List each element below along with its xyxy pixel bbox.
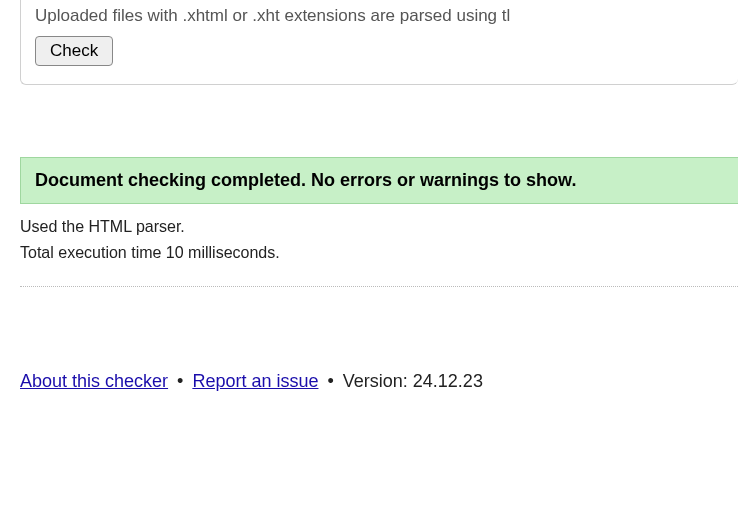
footer: About this checker • Report an issue • V… bbox=[20, 371, 738, 392]
check-button[interactable]: Check bbox=[35, 36, 113, 66]
upload-hint: Uploaded files with .xhtml or .xht exten… bbox=[35, 6, 724, 26]
report-issue-link[interactable]: Report an issue bbox=[192, 371, 318, 391]
about-link[interactable]: About this checker bbox=[20, 371, 168, 391]
parser-info: Used the HTML parser. bbox=[20, 218, 738, 236]
separator: • bbox=[322, 371, 338, 391]
upload-panel: Uploaded files with .xhtml or .xht exten… bbox=[20, 0, 738, 85]
version-label: Version: 24.12.23 bbox=[343, 371, 483, 391]
status-message: Document checking completed. No errors o… bbox=[20, 157, 738, 204]
separator: • bbox=[172, 371, 188, 391]
result-info: Used the HTML parser. Total execution ti… bbox=[20, 218, 738, 287]
timing-info: Total execution time 10 milliseconds. bbox=[20, 244, 738, 262]
